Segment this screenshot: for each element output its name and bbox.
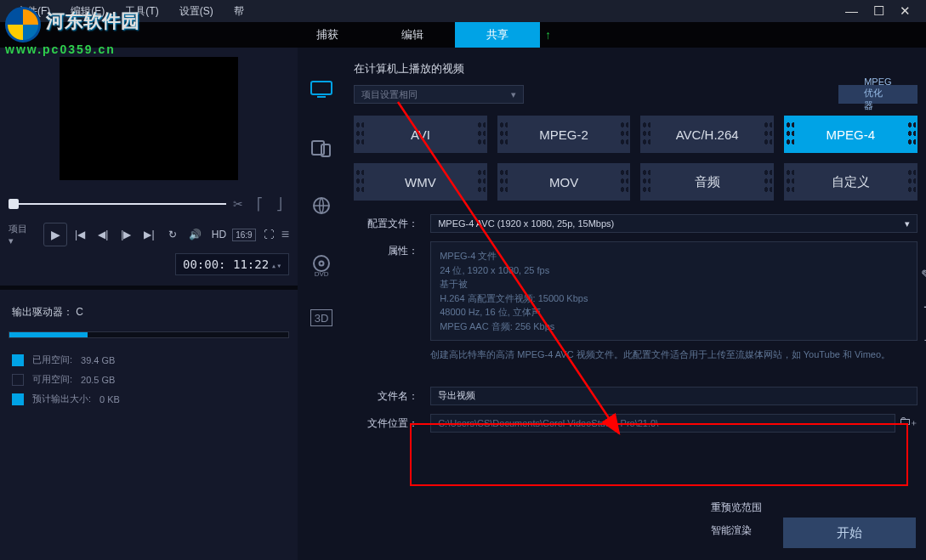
range-label: 重预览范围 [711,496,762,518]
prev-frame-button[interactable]: ◀| [93,225,113,244]
computer-icon[interactable] [308,78,335,102]
free-space-value: 20.5 GB [81,375,115,385]
menu-setting[interactable]: 设置(S) [169,4,224,19]
svg-rect-1 [317,96,326,98]
project-settings-dropdown[interactable]: 项目设置相同▾ [354,85,524,104]
preview-panel: ✂ ⎡ ⎦ 项目▾ ▶ |◀ ◀| |▶ ▶| ↻ 🔊 HD 16:9 ⛶ ≡ … [0,48,298,560]
output-drive-label: 输出驱动器： [12,306,73,318]
remove-profile-icon[interactable]: － [921,331,926,349]
free-swatch [12,374,24,386]
minimize-button[interactable]: — [845,3,858,19]
svg-rect-0 [311,82,332,94]
filepath-label: 文件位置： [354,414,430,431]
disc-icon[interactable]: DVD [308,252,335,275]
prop-line: 24 位, 1920 x 1080, 25 fps [440,263,907,278]
smart-render-label: 智能渲染 [711,519,762,541]
next-frame-button[interactable]: |▶ [116,225,136,244]
format-wmv[interactable]: WMV [354,163,487,201]
mpeg-optimizer-button[interactable]: MPEG 优化器 [838,85,917,104]
profile-dropdown[interactable]: MPEG-4 AVC (1920 x 1080, 25p, 15Mbps)▾ [430,214,917,233]
prop-line: MPEG-4 文件 [440,249,907,263]
properties-label: 属性： [354,241,430,258]
share-heading: 在计算机上播放的视频 [354,61,917,76]
aspect-ratio-label[interactable]: 16:9 [232,229,255,241]
svg-point-6 [320,262,324,266]
format-avc[interactable]: AVC/H.264 [640,116,774,153]
chevron-down-icon: ▾ [905,218,910,229]
split-icon[interactable]: ✂ [226,197,250,211]
filename-input[interactable]: 导出视频 [430,387,917,405]
prop-line: 基于被 [440,277,907,291]
close-button[interactable]: ✕ [900,3,911,19]
share-target-rail: DVD 3D [298,48,345,560]
tab-capture[interactable]: 捕获 [285,22,370,48]
upload-icon[interactable]: ↑ [545,28,551,42]
edit-profile-icon[interactable]: ✎ [921,267,926,283]
preview-menu-icon[interactable]: ≡ [281,227,289,242]
prop-line: H.264 高配置文件视频: 15000 Kbps [440,291,907,306]
repeat-button[interactable]: ↻ [162,225,183,244]
tab-share[interactable]: 共享 [455,22,540,48]
est-size-label: 预计输出大小: [32,393,91,405]
timeline-slider[interactable]: ✂ ⎡ ⎦ [9,197,289,211]
format-avi[interactable]: AVI [354,116,487,153]
free-space-label: 可用空间: [32,373,72,386]
format-mpeg2[interactable]: MPEG-2 [497,116,631,153]
player-controls: 项目▾ ▶ |◀ ◀| |▶ ▶| ↻ 🔊 HD 16:9 ⛶ ≡ [9,223,289,246]
mark-in-icon[interactable]: ⎡ [250,197,270,211]
browse-folder-icon[interactable]: 🗀₊ [899,414,917,433]
watermark: 河东软件园 www.pc0359.cn [5,7,139,56]
watermark-logo [5,7,41,42]
device-icon[interactable] [308,136,335,160]
preview-frame [60,57,238,180]
timeline-thumb[interactable] [9,199,19,209]
start-button[interactable]: 开始 [783,518,916,548]
web-icon[interactable] [308,194,335,218]
profile-label: 配置文件： [354,214,430,231]
est-size-value: 0 KB [99,394,120,404]
volume-button[interactable]: 🔊 [185,225,206,244]
filepath-input[interactable]: C:\Users\CS\Documents\Corel VideoStudio … [430,414,895,433]
share-panel: DVD 3D 在计算机上播放的视频 项目设置相同▾ MPEG 优化器 AVI M… [298,48,926,560]
properties-box: MPEG-4 文件 24 位, 1920 x 1080, 25 fps 基于被 … [430,241,917,341]
svg-point-5 [314,256,329,271]
format-audio[interactable]: 音频 [640,163,774,201]
3d-icon[interactable]: 3D [310,309,332,326]
mark-out-icon[interactable]: ⎦ [270,197,289,211]
used-swatch [12,354,24,366]
filename-label: 文件名： [354,387,430,404]
disk-usage-bar [9,331,289,338]
profile-description: 创建高比特率的高清 MPEG-4 AVC 视频文件。此配置文件适合用于上传至流媒… [430,348,917,363]
format-mov[interactable]: MOV [497,163,631,201]
profile-tools: ✎ ＋ － [921,267,926,349]
video-preview [9,54,289,182]
used-space-value: 39.4 GB [81,355,115,365]
format-grid: AVI MPEG-2 AVC/H.264 MPEG-4 WMV MOV 音频 自… [354,116,917,201]
maximize-button[interactable]: ☐ [873,3,884,19]
prop-line: MPEG AAC 音频: 256 Kbps [440,320,907,334]
add-profile-icon[interactable]: ＋ [921,298,926,316]
end-button[interactable]: ▶| [139,225,159,244]
menu-help[interactable]: 帮 [224,4,254,19]
used-space-label: 已用空间: [32,354,72,366]
watermark-site-name: 河东软件园 [46,10,139,31]
watermark-url: www.pc0359.cn [5,42,139,56]
tab-edit[interactable]: 编辑 [370,22,455,48]
prop-line: 48000 Hz, 16 位, 立体声 [440,305,907,320]
format-custom[interactable]: 自定义 [784,163,917,201]
hd-label[interactable]: HD [208,229,230,240]
format-mpeg4[interactable]: MPEG-4 [784,116,917,153]
timecode-display[interactable]: 00:00: 11:22▴▾ [175,253,289,275]
home-button[interactable]: |◀ [70,225,90,244]
chevron-down-icon: ▾ [511,89,516,100]
play-button[interactable]: ▶ [43,223,67,246]
est-swatch [12,393,24,405]
expand-button[interactable]: ⛶ [258,225,279,244]
output-drive-value: C [76,306,83,318]
project-mode-label[interactable]: 项目▾ [9,223,31,246]
